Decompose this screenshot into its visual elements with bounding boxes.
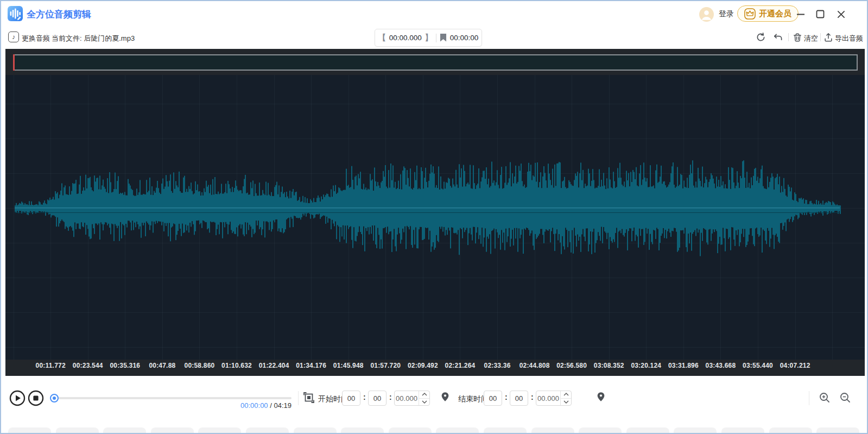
undo-icon[interactable]: [772, 32, 783, 45]
preset-card[interactable]: [674, 427, 717, 434]
preset-card[interactable]: [294, 427, 337, 434]
bookmark-icon: [440, 34, 447, 42]
end-mm-input[interactable]: [510, 391, 528, 406]
end-ms-stepper: [560, 391, 571, 405]
preset-card-row: [1, 427, 867, 434]
seek-slider-thumb[interactable]: [50, 394, 59, 402]
colon: :: [531, 393, 534, 401]
toolbar-divider: [788, 33, 789, 41]
export-icon[interactable]: [823, 33, 833, 45]
preset-card[interactable]: [436, 427, 479, 434]
preset-card[interactable]: [816, 427, 859, 434]
zoom-out-icon[interactable]: [839, 392, 851, 406]
app-title: 全方位音频剪辑: [27, 8, 91, 21]
vip-button[interactable]: 开通会员: [737, 5, 799, 22]
colon: :: [389, 393, 392, 401]
close-bracket-icon: 】: [425, 33, 433, 43]
current-time: 00:00:00: [240, 401, 268, 410]
toolbar-divider: [47, 34, 47, 41]
preset-card[interactable]: [8, 427, 51, 434]
preset-card[interactable]: [531, 427, 574, 434]
colon: :: [505, 393, 508, 401]
end-hh-input[interactable]: [484, 391, 502, 406]
toolbar: ♪ 更换音频 当前文件: 后陡门的夏.mp3 【 00:00.000 】 00:…: [1, 26, 867, 49]
stepper-up-icon[interactable]: [419, 391, 429, 399]
avatar[interactable]: [699, 7, 714, 24]
preset-card[interactable]: [56, 427, 99, 434]
stepper-down-icon[interactable]: [561, 399, 571, 406]
open-bracket-icon: 【: [378, 33, 386, 43]
end-ms-input[interactable]: [536, 391, 560, 405]
preset-card[interactable]: [151, 427, 194, 434]
crop-selection-icon[interactable]: [303, 392, 315, 406]
selection-time: 00:00.000: [389, 34, 422, 42]
maximize-button[interactable]: [815, 9, 826, 20]
export-audio-button[interactable]: 导出音频: [835, 34, 863, 43]
axis-tick-label: 04:07.212: [771, 362, 820, 369]
total-time: 04:19: [274, 401, 292, 410]
trash-icon[interactable]: [793, 33, 802, 45]
minimize-button[interactable]: [795, 9, 806, 20]
time-divider: /: [268, 401, 274, 410]
bottom-divider: [809, 391, 809, 405]
app-logo-icon: [8, 6, 23, 23]
crown-icon: [744, 8, 756, 20]
preset-card[interactable]: [579, 427, 622, 434]
start-ms-stepper: [419, 391, 429, 405]
vip-label: 开通会员: [759, 9, 791, 19]
preset-card[interactable]: [341, 427, 384, 434]
transport-time: 00:00:00 / 04:19: [202, 401, 292, 410]
start-marker-pin-icon[interactable]: [441, 392, 449, 404]
close-button[interactable]: [835, 9, 846, 20]
play-button[interactable]: [9, 390, 26, 408]
start-ms-input[interactable]: [395, 391, 419, 405]
preset-card[interactable]: [246, 427, 289, 434]
colon: :: [363, 393, 366, 401]
start-mm-input[interactable]: [368, 391, 387, 406]
waveform-canvas[interactable]: [5, 75, 865, 360]
transport-bar: 00:00:00 / 04:19 开始时间 : :: [1, 376, 867, 434]
stop-button[interactable]: [28, 390, 44, 408]
app-window: 全方位音频剪辑 登录 开通会员: [0, 0, 868, 434]
change-audio-button[interactable]: 更换音频: [22, 34, 50, 43]
preset-card[interactable]: [484, 427, 527, 434]
minimap-playhead[interactable]: [13, 54, 15, 71]
waveform-minimap[interactable]: [13, 54, 858, 71]
preset-card[interactable]: [389, 427, 432, 434]
music-note-icon: ♪: [8, 32, 19, 42]
reset-icon[interactable]: [756, 32, 766, 45]
waveform-panel: 00:11.77200:23.54400:35.31600:47.8800:58…: [5, 49, 865, 376]
clear-button[interactable]: 清空: [804, 34, 818, 43]
end-marker-pin-icon[interactable]: [597, 392, 605, 404]
toolbar-divider: [820, 33, 821, 41]
preset-card[interactable]: [769, 427, 812, 434]
stepper-down-icon[interactable]: [419, 399, 429, 406]
zoom-in-icon[interactable]: [819, 392, 831, 406]
time-box-divider: [436, 34, 436, 42]
titlebar: 全方位音频剪辑 登录 开通会员: [1, 1, 867, 26]
login-button[interactable]: 登录: [719, 9, 734, 19]
start-hh-input[interactable]: [342, 391, 360, 406]
selection-time-box: 【 00:00.000 】 00:00:00: [375, 29, 482, 47]
start-ms-group: [394, 391, 430, 406]
preset-card[interactable]: [626, 427, 669, 434]
preset-card[interactable]: [198, 427, 241, 434]
seek-slider-track[interactable]: [51, 397, 292, 399]
end-ms-group: [536, 391, 572, 406]
preset-card[interactable]: [721, 427, 764, 434]
bookmark-time: 00:00:00: [450, 34, 479, 42]
preset-card[interactable]: [103, 427, 146, 434]
current-file-label: 当前文件: 后陡门的夏.mp3: [52, 34, 135, 43]
bottom-divider: [298, 391, 299, 405]
time-axis: 00:11.77200:23.54400:35.31600:47.8800:58…: [5, 360, 865, 376]
stepper-up-icon[interactable]: [561, 391, 571, 399]
